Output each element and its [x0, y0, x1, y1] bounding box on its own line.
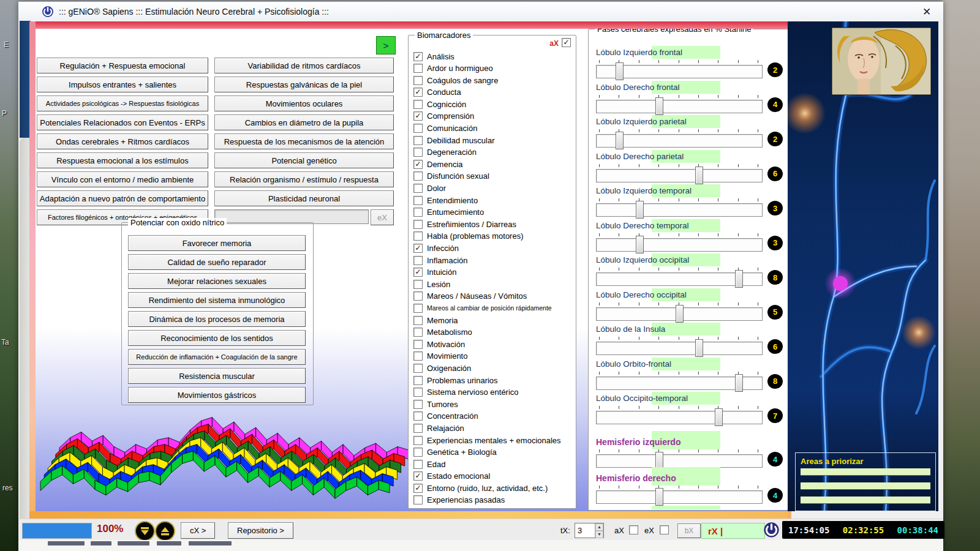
stimulus-button[interactable]: Actividades psicológicas -> Respuestas f…	[37, 96, 208, 111]
slider-track[interactable]	[596, 490, 763, 504]
slider-thumb[interactable]	[616, 132, 624, 149]
biomarker-checkbox[interactable]	[413, 148, 423, 157]
biomarker-checkbox[interactable]	[413, 304, 423, 313]
slider-thumb[interactable]	[735, 270, 743, 288]
biomarker-checkbox[interactable]: ✓	[413, 484, 423, 493]
repositorio-button[interactable]: Repositorio >	[228, 522, 293, 539]
biomarker-checkbox[interactable]: ✓	[413, 268, 423, 277]
slider-thumb[interactable]	[676, 305, 684, 323]
ex-bottom-checkbox[interactable]	[660, 525, 669, 534]
slider-thumb[interactable]	[715, 408, 723, 426]
biomarker-checkbox[interactable]	[413, 328, 423, 337]
stimulus-button[interactable]: Impulsos entrantes + salientes	[37, 77, 208, 92]
biomarker-checkbox[interactable]	[413, 436, 423, 445]
biomarker-checkbox[interactable]	[413, 411, 423, 421]
biomarker-checkbox[interactable]	[413, 460, 423, 469]
biomarker-checkbox[interactable]	[413, 364, 423, 373]
biomarker-checkbox[interactable]: ✓	[413, 52, 423, 61]
stimulus-button[interactable]: Adaptación a nuevo patrón de comportamie…	[37, 190, 208, 206]
oxide-button[interactable]: Reconocimiento de los sentidos	[128, 330, 306, 346]
stimulus-button[interactable]: Potenciales Relacionados con Eventos - E…	[37, 114, 208, 130]
stimulus-button[interactable]: Movimientos oculares	[214, 96, 394, 111]
oxide-button[interactable]: Movimientos gástricos	[128, 387, 306, 403]
stimulus-button[interactable]: Respuesta de los mecanismos de la atenci…	[214, 133, 394, 149]
biomarker-checkbox[interactable]	[413, 256, 423, 265]
oxide-button[interactable]: Dinámica de los procesos de memoria	[128, 311, 306, 327]
biomarker-checkbox[interactable]	[413, 448, 423, 457]
slider-thumb[interactable]	[735, 374, 743, 392]
biomarker-checkbox[interactable]: ✓	[413, 111, 423, 121]
slider-thumb[interactable]	[695, 339, 703, 357]
stimulus-button[interactable]: Relación organismo / estímulo / respuest…	[214, 171, 394, 187]
slider-track[interactable]	[596, 342, 763, 355]
stimulus-button[interactable]: Potencial genético	[214, 152, 394, 168]
close-button[interactable]: ✕	[919, 4, 935, 19]
tx-input[interactable]	[575, 523, 595, 538]
bx-disabled-button[interactable]: bX	[677, 523, 701, 538]
biomarker-checkbox[interactable]	[413, 124, 423, 133]
tx-spinner[interactable]: ▲▼	[575, 523, 604, 538]
eject-down-button[interactable]	[135, 521, 155, 541]
biomarker-checkbox[interactable]	[413, 136, 423, 145]
biomarker-checkbox[interactable]	[413, 424, 423, 433]
tx-spinner-arrows[interactable]: ▲▼	[595, 523, 603, 538]
stimulus-button[interactable]: Ondas cerebrales + Ritmos cardíacos	[37, 133, 208, 149]
slider-thumb[interactable]	[616, 62, 624, 80]
biomarker-checkbox[interactable]: ✓	[413, 244, 423, 253]
stimulus-button[interactable]: Respuestas galvánicas de la piel	[214, 77, 394, 92]
slider-track[interactable]	[596, 203, 763, 217]
biomarker-checkbox[interactable]	[413, 220, 423, 229]
stimulus-button[interactable]: Respuesta emocional a los estímulos	[37, 152, 208, 168]
biomarker-checkbox[interactable]	[413, 208, 423, 217]
slider-thumb[interactable]	[655, 488, 663, 506]
biomarker-checkbox[interactable]	[413, 351, 423, 361]
go-button[interactable]: >	[376, 36, 396, 54]
biomarker-checkbox[interactable]: ✓	[413, 88, 423, 97]
biomarker-checkbox[interactable]	[413, 316, 423, 325]
ex-disabled-button[interactable]: eX	[371, 209, 394, 225]
slider-track[interactable]	[596, 411, 763, 424]
biomarker-checkbox[interactable]	[413, 291, 423, 301]
stimulus-button[interactable]: Variabilidad de ritmos cardíacos	[214, 58, 394, 73]
biomarker-checkbox[interactable]	[413, 388, 423, 397]
biomarker-checkbox[interactable]	[413, 171, 423, 181]
stimulus-button[interactable]: Cambios en diámetro de la pupila	[214, 114, 394, 130]
oxide-button[interactable]: Resistencia muscular	[128, 368, 306, 384]
biomarker-checkbox[interactable]	[413, 64, 423, 73]
spinner-up-icon[interactable]: ▲	[595, 523, 603, 531]
ax-bottom-checkbox[interactable]	[629, 525, 638, 534]
stimulus-button[interactable]: Regulación + Respuesta emocional	[37, 58, 208, 73]
eject-up-button[interactable]	[155, 521, 175, 541]
slider-track[interactable]	[596, 100, 763, 113]
spinner-down-icon[interactable]: ▼	[595, 531, 603, 538]
power-icon[interactable]	[763, 522, 780, 541]
slider-thumb[interactable]	[655, 97, 663, 115]
oxide-button[interactable]: Mejorar relaciones sexuales	[128, 273, 306, 289]
slider-track[interactable]	[596, 169, 763, 182]
biomarker-checkbox[interactable]	[413, 400, 423, 409]
oxide-button[interactable]: Reducción de inflamación + Coagulación d…	[128, 349, 306, 365]
biomarker-checkbox[interactable]	[413, 340, 423, 349]
biomarker-checkbox[interactable]	[413, 196, 423, 205]
slider-track[interactable]	[596, 238, 763, 252]
biomarker-checkbox[interactable]: ✓	[413, 160, 423, 169]
slider-thumb[interactable]	[695, 167, 703, 184]
biomarker-checkbox[interactable]: ✓	[413, 471, 423, 481]
slider-thumb[interactable]	[636, 236, 644, 253]
stimulus-button[interactable]: Plasticidad neuronal	[214, 190, 394, 206]
biomarker-checkbox[interactable]	[413, 76, 423, 85]
ax-checkbox[interactable]: ✓	[562, 38, 571, 47]
oxide-button[interactable]: Favorecer memoria	[128, 235, 306, 251]
biomarker-checkbox[interactable]	[413, 231, 423, 241]
biomarker-checkbox[interactable]	[413, 100, 423, 109]
oxide-button[interactable]: Calidad de sueño reparador	[128, 254, 306, 270]
biomarker-checkbox[interactable]	[413, 376, 423, 385]
oxide-button[interactable]: Rendimiento del sistema inmunológico	[128, 292, 306, 308]
biomarker-checkbox[interactable]	[413, 280, 423, 289]
stimulus-button[interactable]: Vínculo con el entorno / medio ambiente	[37, 171, 208, 187]
slider-thumb[interactable]	[636, 201, 644, 219]
biomarker-checkbox[interactable]	[413, 184, 423, 193]
cx-button[interactable]: cX >	[181, 522, 215, 539]
biomarker-checkbox[interactable]	[413, 495, 423, 504]
slider-track[interactable]	[596, 454, 763, 468]
